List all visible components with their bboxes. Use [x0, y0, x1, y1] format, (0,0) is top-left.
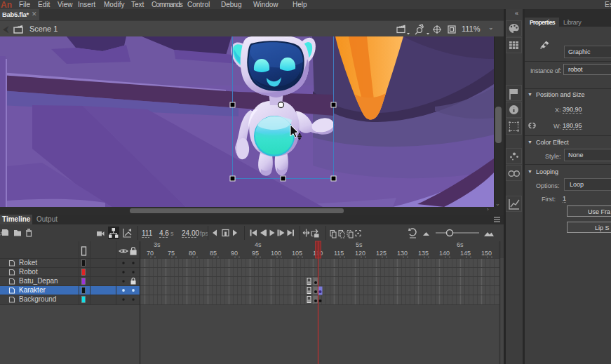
svg-text:135: 135: [418, 250, 429, 257]
svg-text:fps: fps: [200, 230, 209, 237]
svg-text:5s: 5s: [356, 241, 363, 248]
svg-text:Robot: Robot: [19, 268, 38, 276]
svg-text:Output: Output: [36, 215, 58, 223]
svg-text:4s: 4s: [255, 241, 262, 248]
svg-text:85: 85: [210, 250, 217, 257]
svg-text:145: 145: [460, 250, 471, 257]
svg-text:Karakter: Karakter: [19, 286, 46, 294]
svg-text:s: s: [170, 230, 174, 237]
svg-text:105: 105: [292, 250, 302, 257]
svg-text:Background: Background: [19, 295, 56, 303]
svg-text:95: 95: [252, 250, 259, 257]
svg-text:75: 75: [168, 250, 175, 257]
svg-text:150: 150: [481, 250, 492, 257]
svg-text:120: 120: [355, 250, 365, 257]
svg-text:6s: 6s: [457, 241, 464, 248]
svg-text:140: 140: [439, 250, 450, 257]
svg-text:115: 115: [334, 250, 344, 257]
svg-text:111: 111: [142, 229, 153, 237]
svg-text:125: 125: [376, 250, 387, 257]
svg-text:24.00: 24.00: [182, 229, 199, 237]
svg-text:Roket: Roket: [19, 259, 37, 267]
svg-text:90: 90: [231, 250, 238, 257]
svg-text:100: 100: [271, 250, 281, 257]
svg-text:3s: 3s: [154, 241, 161, 248]
svg-text:Batu_Depan: Batu_Depan: [19, 277, 58, 285]
svg-text:130: 130: [397, 250, 408, 257]
svg-text:Timeline: Timeline: [2, 215, 31, 223]
svg-text:70: 70: [147, 250, 154, 257]
svg-text:80: 80: [189, 250, 196, 257]
svg-text:4.6: 4.6: [159, 229, 169, 237]
